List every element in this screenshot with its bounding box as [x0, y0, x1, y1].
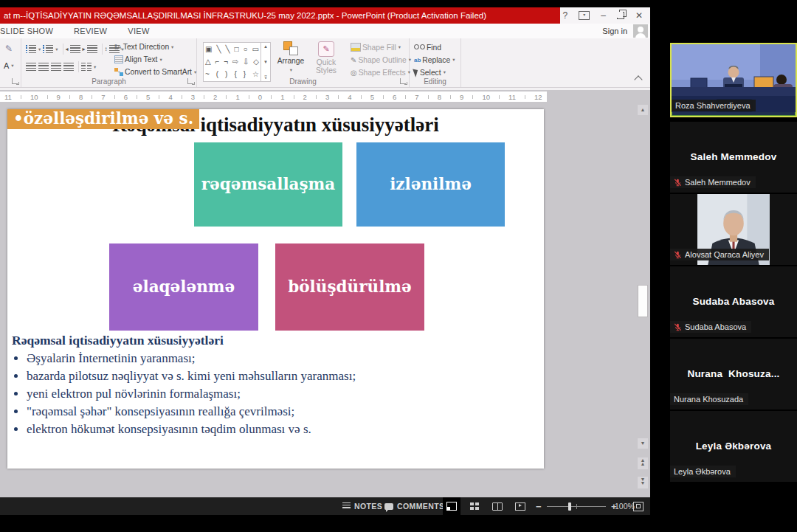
- arrange-icon: [283, 41, 298, 55]
- shape-glyph-icon[interactable]: ¬: [224, 57, 228, 67]
- zoom-slider[interactable]: [547, 506, 606, 507]
- convert-smartart-button[interactable]: Convert to SmartArt▾: [114, 66, 196, 77]
- scroll-down-button[interactable]: ▼: [638, 438, 648, 449]
- numbering-button[interactable]: ▾: [43, 45, 58, 53]
- ruler-number: 1: [235, 93, 239, 101]
- slide-canvas[interactable]: Rəqəmsal iqtisadiyyatın xüsusiyyətləri r…: [7, 109, 544, 469]
- slide-shape[interactable]: əlaqələnmə: [109, 243, 258, 331]
- comments-button[interactable]: COMMENTS: [384, 497, 444, 515]
- shape-glyph-icon[interactable]: □: [234, 44, 238, 55]
- participant-name: Nurana Khosuza...: [670, 368, 797, 379]
- participant-tile[interactable]: Nurana Khosuza...Nurana Khosuzada: [670, 339, 797, 410]
- editing-group-label: Editing: [410, 77, 460, 86]
- participant-tile[interactable]: Leyla ƏkbərovaLeyla Əkbərova: [670, 411, 797, 482]
- paragraph-dialog-launcher-icon[interactable]: [187, 78, 193, 84]
- shape-glyph-icon[interactable]: ╲: [216, 44, 221, 55]
- normal-view-button[interactable]: [443, 497, 460, 515]
- justify-icon[interactable]: [63, 63, 74, 71]
- mic-muted-icon: [674, 251, 682, 259]
- highlight-pen-icon[interactable]: ✎: [5, 44, 13, 54]
- shape-gallery-scroll[interactable]: ▲▼⊽: [261, 43, 270, 81]
- zoom-slider-thumb[interactable]: [568, 502, 571, 511]
- ruler-number: 11: [508, 93, 516, 101]
- increase-indent-icon[interactable]: ▸: [83, 45, 97, 53]
- align-left-icon[interactable]: [26, 63, 36, 71]
- help-icon[interactable]: ?: [563, 11, 568, 20]
- bullets-button[interactable]: ▾: [26, 45, 41, 53]
- ruler-number: 9: [57, 93, 61, 101]
- next-slide-button[interactable]: ▼▼: [638, 477, 648, 488]
- shape-effects-button[interactable]: ◎ Shape Effects▾: [351, 67, 411, 77]
- participant-tile[interactable]: Roza Shahverdiyeva: [670, 43, 797, 117]
- font-dialog-launcher-icon[interactable]: [12, 78, 18, 84]
- shape-fill-button[interactable]: Shape Fill▾: [351, 42, 411, 52]
- participant-tile[interactable]: Saleh MemmedovSaleh Memmedov: [670, 122, 797, 193]
- select-button[interactable]: Select▾: [414, 67, 455, 77]
- participant-name-label: Saleh Memmedov: [670, 176, 756, 188]
- close-icon[interactable]: ✕: [635, 11, 643, 20]
- shape-outline-button[interactable]: ✎ Shape Outline▾: [351, 55, 411, 65]
- arrange-button[interactable]: Arrange▾: [274, 41, 308, 74]
- slideshow-button[interactable]: [511, 497, 529, 515]
- shape-glyph-icon[interactable]: ╲: [225, 44, 230, 55]
- replace-button[interactable]: ab Replace▾: [414, 55, 455, 65]
- scrollbar-thumb[interactable]: [638, 285, 648, 317]
- notes-button[interactable]: NOTES: [342, 497, 382, 515]
- shape-gallery[interactable]: ▣╲╲□○▭△⌐¬⇨⇩◇~(){}☆ ▲▼⊽: [203, 42, 271, 82]
- account-avatar-icon[interactable]: [633, 24, 648, 38]
- shape-glyph-icon[interactable]: ⇨: [232, 57, 238, 67]
- zoom-level[interactable]: 100%: [615, 497, 635, 515]
- shape-glyph-icon[interactable]: ⇩: [243, 57, 249, 67]
- shape-glyph-icon[interactable]: ○: [244, 44, 248, 55]
- zoom-out-button[interactable]: −: [536, 501, 542, 512]
- horizontal-ruler[interactable]: 11109876543210123456789101112: [0, 91, 547, 102]
- find-button[interactable]: Find: [414, 42, 455, 52]
- fit-slide-to-window-icon[interactable]: [633, 502, 644, 511]
- participant-tile[interactable]: Alovsat Qaraca Aliyev: [670, 194, 797, 265]
- ribbon-display-options-icon[interactable]: ▾: [579, 11, 590, 20]
- shape-glyph-icon[interactable]: △: [205, 57, 211, 67]
- slide-sorter-button[interactable]: [466, 497, 483, 515]
- quick-styles-button[interactable]: ✎ Quick Styles: [309, 41, 343, 75]
- font-color-button[interactable]: A▾: [4, 61, 14, 70]
- bullet-item: yeni elektron pul növlərinin formalaşmas…: [27, 385, 356, 403]
- slide-bullet-list[interactable]: Əşyalarin İnternetinin yaranması;bazarda…: [12, 350, 356, 438]
- align-text-button[interactable]: Align Text▾: [114, 54, 196, 65]
- text-direction-button[interactable]: ‖A Text Direction▾: [114, 41, 196, 52]
- columns-button[interactable]: ▾: [81, 63, 96, 71]
- ribbon: ✎ A▾ ▾ ▾ ◂ ▸ ↕▾: [0, 38, 650, 88]
- scroll-up-button[interactable]: ▲: [638, 105, 648, 115]
- text-direction-icon: ‖A: [114, 44, 122, 51]
- restore-icon[interactable]: [617, 12, 624, 19]
- minimize-icon[interactable]: –: [601, 11, 606, 20]
- ribbon-tab-view[interactable]: VIEW: [128, 27, 149, 35]
- participant-tile[interactable]: Sudaba AbasovaSudaba Abasova: [670, 266, 797, 337]
- mic-muted-icon: [674, 179, 682, 187]
- collapse-ribbon-icon[interactable]: [634, 75, 642, 83]
- ruler-number: 8: [79, 93, 83, 101]
- align-right-icon[interactable]: [51, 63, 61, 71]
- reading-view-icon: [492, 502, 503, 511]
- vertical-scrollbar[interactable]: ▲ ▼ ▲▲ ▼▼: [637, 105, 649, 494]
- reading-view-button[interactable]: [489, 497, 506, 515]
- ribbon-group-drawing: ▣╲╲□○▭△⌐¬⇨⇩◇~(){}☆ ▲▼⊽ Arrange▾ ✎ Quick …: [197, 38, 410, 87]
- shape-outline-icon: ✎: [351, 56, 356, 64]
- mic-muted-icon: [674, 323, 682, 331]
- align-center-icon[interactable]: [38, 63, 49, 71]
- shape-glyph-icon[interactable]: ▭: [252, 44, 259, 55]
- slide-shape[interactable]: •özəlləşdirilmə və s.: [7, 109, 199, 129]
- slide-shape[interactable]: bölüşdürülmə: [275, 243, 424, 331]
- slide-list-heading[interactable]: Rəqəmsal iqtisadiyyatın xüsusiyyətləri: [12, 333, 224, 348]
- drawing-dialog-launcher-icon[interactable]: [400, 78, 406, 84]
- slide-shape[interactable]: izlənilmə: [356, 142, 505, 227]
- shape-glyph-icon[interactable]: ⌐: [215, 57, 220, 67]
- previous-slide-button[interactable]: ▲▲: [638, 457, 648, 469]
- powerpoint-window: at m--İQTİSADİYYATIN RƏQƏMSALLAŞDIRILMAS…: [0, 7, 650, 515]
- ribbon-tab-review[interactable]: REVIEW: [74, 27, 107, 35]
- shape-glyph-icon[interactable]: ▣: [205, 44, 212, 55]
- slide-shape[interactable]: rəqəmsallaşma: [194, 142, 342, 227]
- sign-in[interactable]: Sign in: [602, 24, 650, 38]
- shape-glyph-icon[interactable]: ◇: [253, 57, 259, 67]
- ribbon-tab-slide-show[interactable]: SLIDE SHOW: [0, 27, 53, 35]
- decrease-indent-icon[interactable]: ◂: [66, 45, 80, 53]
